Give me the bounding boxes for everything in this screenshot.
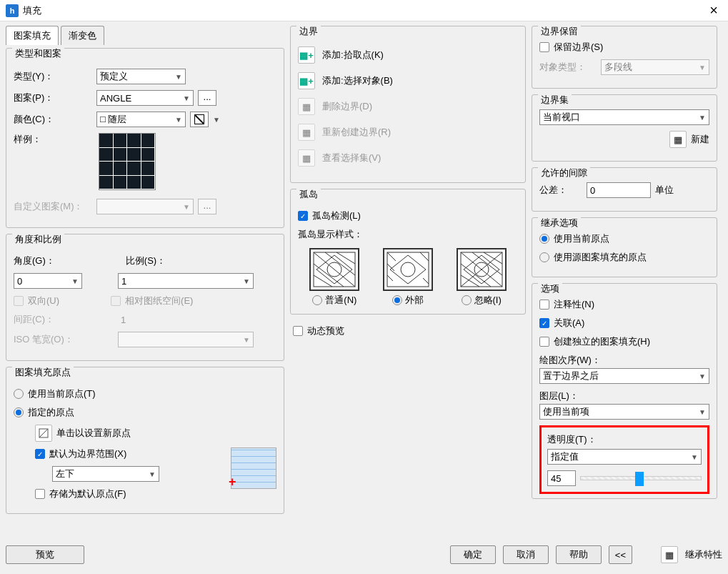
tab-gradient[interactable]: 渐变色: [61, 26, 104, 45]
title-bar: h 填充 ×: [0, 0, 728, 21]
angle-label: 角度(G)：: [14, 255, 55, 266]
transparency-mode-select[interactable]: 指定值▼: [547, 449, 702, 465]
island-outer-radio[interactable]: [392, 295, 402, 305]
inherit-props-label: 继承特性: [685, 548, 722, 561]
specified-origin-radio[interactable]: [14, 407, 24, 417]
island-ignore-button[interactable]: [457, 248, 507, 291]
extent-select[interactable]: 左下▼: [52, 466, 159, 482]
type-label: 类型(Y)：: [14, 70, 92, 83]
object-type-select: 多段线▼: [601, 59, 709, 75]
sample-preview[interactable]: [99, 133, 156, 190]
custom-pattern-select: ▼: [96, 199, 194, 214]
color-swatch-button[interactable]: [190, 112, 209, 127]
scale-select[interactable]: 1▼: [118, 273, 254, 289]
bottom-bar: 预览 确定 取消 帮助 << ▦ 继承特性: [6, 545, 722, 564]
options-group: 选项 注释性(N) ✓关联(A) 创建独立的图案填充(H) 绘图次序(W)： 置…: [532, 283, 717, 499]
transparency-value-input[interactable]: [547, 470, 576, 486]
remove-boundary-button: ▦: [298, 98, 315, 115]
inherit-group: 继承选项 使用当前原点 使用源图案填充的原点: [532, 217, 717, 277]
ok-button[interactable]: 确定: [450, 545, 496, 564]
plus-icon: +: [229, 475, 236, 490]
origin-preview: +: [231, 447, 276, 489]
separate-checkbox[interactable]: [539, 337, 549, 347]
scale-label: 比例(S)：: [126, 255, 166, 266]
annotative-checkbox[interactable]: [539, 300, 549, 310]
keep-boundary-checkbox[interactable]: [539, 42, 549, 52]
origin-group: 图案填充原点 使用当前原点(T) 指定的原点 单击以设置新原点 ✓默认为边界范围…: [6, 367, 284, 514]
color-label: 颜色(C)：: [14, 113, 92, 126]
store-default-checkbox[interactable]: [35, 489, 45, 499]
associative-checkbox[interactable]: ✓: [539, 318, 549, 328]
double-checkbox: [14, 296, 24, 306]
boundary-set-select[interactable]: 当前视口▼: [539, 109, 709, 125]
custom-browse-button: ...: [198, 199, 216, 214]
tab-hatch[interactable]: 图案填充: [6, 26, 59, 45]
angle-select[interactable]: 0▼: [14, 273, 82, 289]
island-ignore-radio[interactable]: [462, 295, 472, 305]
relative-checkbox: [111, 296, 121, 306]
add-pickpoint-button[interactable]: ▦+: [298, 46, 315, 64]
use-current-origin-radio[interactable]: [14, 389, 24, 399]
dialog-title: 填充: [23, 4, 41, 17]
new-boundary-set-icon[interactable]: ▦: [669, 131, 687, 148]
boundary-group: 边界 ▦+添加:拾取点(K) ▦+添加:选择对象(B) ▦删除边界(D) ▦重新…: [290, 26, 526, 183]
custom-pattern-label: 自定义图案(M)：: [14, 200, 92, 213]
add-select-button[interactable]: ▦+: [298, 72, 315, 89]
svg-line-1: [39, 429, 48, 437]
island-normal-button[interactable]: [309, 248, 359, 291]
close-icon[interactable]: ×: [705, 2, 722, 19]
pattern-label: 图案(P)：: [14, 91, 92, 104]
app-icon: h: [6, 4, 19, 17]
islands-group: 孤岛 ✓孤岛检测(L) 孤岛显示样式： 普通(N) 外部 忽略(I): [290, 189, 526, 315]
spacing-label: 间距(C)：: [14, 313, 92, 326]
sample-label: 样例：: [14, 133, 92, 146]
color-select[interactable]: □ 随层▼: [96, 112, 186, 127]
inherit-source-radio[interactable]: [539, 252, 549, 262]
draw-order-select[interactable]: 置于边界之后▼: [539, 368, 709, 384]
angle-scale-group: 角度和比例 角度(G)： 比例(S)： 0▼ 1▼ 双向(U) 相对图纸空间(E…: [6, 234, 284, 361]
recreate-boundary-button: ▦: [298, 124, 315, 141]
help-button[interactable]: 帮助: [556, 545, 602, 564]
transparency-highlight: 透明度(T)： 指定值▼: [539, 425, 709, 494]
pattern-select[interactable]: ANGLE▼: [96, 90, 194, 106]
island-outer-button[interactable]: [383, 248, 433, 291]
retain-group: 边界保留 保留边界(S) 对象类型：多段线▼: [532, 26, 717, 89]
boundary-set-group: 边界集 当前视口▼ ▦新建: [532, 94, 717, 162]
type-pattern-group: 类型和图案 类型(Y)： 预定义▼ 图案(P)： ANGLE▼ ... 颜色(C…: [6, 48, 284, 228]
tolerance-input[interactable]: [587, 182, 651, 198]
iso-select: ▼: [118, 332, 254, 347]
collapse-button[interactable]: <<: [609, 545, 632, 564]
type-select[interactable]: 预定义▼: [96, 69, 186, 84]
island-normal-radio[interactable]: [312, 295, 322, 305]
dynamic-preview-checkbox[interactable]: [293, 326, 303, 336]
layer-select[interactable]: 使用当前项▼: [539, 404, 709, 420]
view-selection-button: ▦: [298, 149, 315, 167]
default-extent-checkbox[interactable]: ✓: [35, 449, 45, 459]
gap-group: 允许的间隙 公差：单位: [532, 167, 717, 212]
island-detect-checkbox[interactable]: ✓: [298, 211, 308, 221]
inherit-props-icon[interactable]: ▦: [661, 546, 678, 563]
iso-label: ISO 笔宽(O)：: [14, 333, 92, 346]
transparency-slider[interactable]: [580, 476, 702, 480]
spacing-value: 1: [96, 315, 126, 325]
cancel-button[interactable]: 取消: [503, 545, 549, 564]
svg-marker-6: [390, 255, 426, 284]
tab-bar: 图案填充 渐变色: [6, 26, 284, 45]
pattern-browse-button[interactable]: ...: [198, 90, 216, 106]
pick-origin-icon[interactable]: [35, 425, 52, 442]
preview-button[interactable]: 预览: [6, 545, 84, 564]
inherit-current-radio[interactable]: [539, 234, 549, 244]
